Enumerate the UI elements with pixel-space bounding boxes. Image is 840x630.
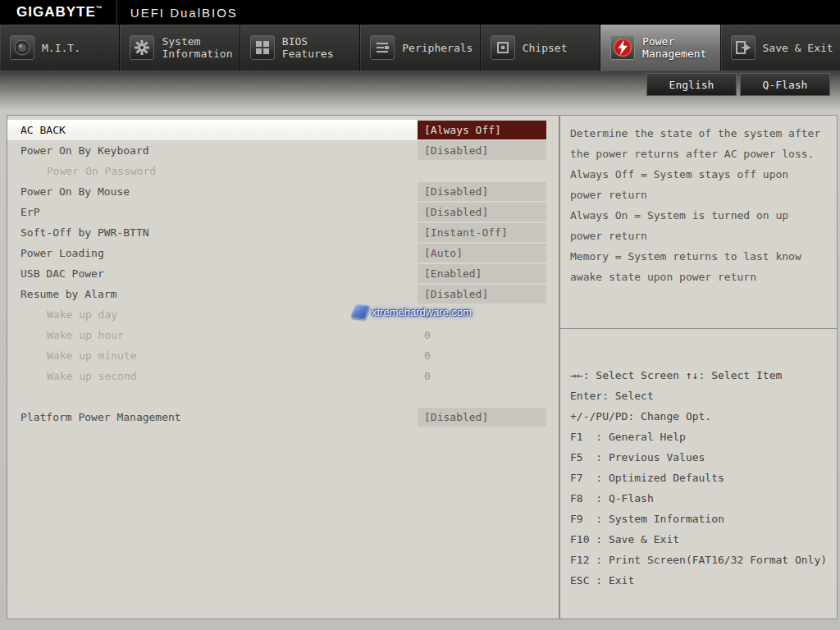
save-exit-icon <box>731 35 756 60</box>
setting-row-soft-off-by-pwr-bttn[interactable]: Soft-Off by PWR-BTTN[Instant-Off] <box>7 222 559 243</box>
setting-value: 0 <box>418 367 546 386</box>
key-legend: →←: Select Screen ↑↓: Select ItemEnter: … <box>560 329 837 591</box>
setting-row-power-loading[interactable]: Power Loading[Auto] <box>7 243 559 263</box>
english-button[interactable]: English <box>646 73 737 96</box>
setting-value[interactable]: [Disabled] <box>418 203 546 221</box>
setting-label: Wake up hour <box>7 325 418 345</box>
gigabyte-logo: GIGABYTE™ <box>16 4 103 21</box>
setting-row-wake-up-day: Wake up day0 <box>7 304 559 325</box>
setting-value[interactable]: [Disabled] <box>418 141 546 160</box>
tab-system-information[interactable]: System Information <box>120 25 240 71</box>
setting-value: 0 <box>418 326 546 345</box>
setting-row-wake-up-second: Wake up second0 <box>7 366 559 386</box>
setting-label: Power On By Mouse <box>7 181 418 202</box>
tab-save-exit[interactable]: Save & Exit <box>721 25 840 71</box>
setting-row-wake-up-hour: Wake up hour0 <box>7 325 559 345</box>
key-help-line: F5 : Previous Values <box>570 447 829 468</box>
bios-screen: GIGABYTE™ UEFI DualBIOS M.I.T.System Inf… <box>0 0 840 630</box>
setting-value[interactable]: [Always Off] <box>418 121 546 139</box>
tab-power-management[interactable]: Power Management <box>600 25 720 71</box>
setting-label: Power Loading <box>7 243 418 263</box>
setting-value[interactable]: [Auto] <box>418 244 546 262</box>
setting-row-power-on-password: Power On Password <box>7 161 559 181</box>
setting-value[interactable]: [Enabled] <box>418 264 546 283</box>
setting-label: Soft-Off by PWR-BTTN <box>7 222 418 243</box>
setting-row-power-on-by-keyboard[interactable]: Power On By Keyboard[Disabled] <box>7 140 559 161</box>
chipset-icon <box>491 35 515 60</box>
setting-value[interactable]: [Disabled] <box>418 285 546 304</box>
tab-label: Chipset <box>523 42 568 54</box>
setting-value[interactable]: [Disabled] <box>418 182 546 201</box>
setting-label: Power On By Keyboard <box>7 140 418 161</box>
bios-title: UEFI DualBIOS <box>130 6 238 20</box>
setting-row-platform-power-management[interactable]: Platform Power Management[Disabled] <box>7 407 559 427</box>
top-bar: GIGABYTE™ UEFI DualBIOS <box>0 0 840 25</box>
help-panel: Determine the state of the system after … <box>559 115 838 619</box>
topbar-divider <box>116 0 117 25</box>
setting-label: USB DAC Power <box>7 263 418 284</box>
setting-label: Resume by Alarm <box>7 284 418 304</box>
setting-label: Platform Power Management <box>7 407 418 427</box>
key-help-line: F12 : Print Screen(FAT16/32 Format Only) <box>570 550 829 570</box>
tab-chipset[interactable]: Chipset <box>481 25 600 71</box>
setting-row-wake-up-minute: Wake up minute0 <box>7 345 559 366</box>
q-flash-button[interactable]: Q-Flash <box>740 73 830 96</box>
tab-label: Save & Exit <box>763 42 833 54</box>
gear-icon <box>130 35 154 60</box>
tab-label: System Information <box>162 35 239 60</box>
setting-row-resume-by-alarm[interactable]: Resume by Alarm[Disabled] <box>7 284 559 304</box>
tab-bar: M.I.T.System InformationBIOS FeaturesPer… <box>0 25 840 71</box>
help-paragraph: Determine the state of the system after … <box>570 123 827 164</box>
help-paragraph: Always Off = System stays off upon power… <box>570 164 827 205</box>
tab-peripherals[interactable]: Peripherals <box>360 25 480 71</box>
key-help-line: →←: Select Screen ↑↓: Select Item <box>570 365 829 386</box>
setting-label: ErP <box>7 202 418 222</box>
tab-label: M.I.T. <box>42 42 80 54</box>
settings-panel: AC BACK[Always Off]Power On By Keyboard[… <box>7 115 559 619</box>
tab-bios-features[interactable]: BIOS Features <box>240 25 360 71</box>
help-paragraph: Always On = System is turned on up power… <box>570 205 827 246</box>
setting-row-usb-dac-power[interactable]: USB DAC Power[Enabled] <box>7 263 559 284</box>
setting-label: Wake up day <box>7 304 418 325</box>
item-help-text: Determine the state of the system after … <box>560 116 837 329</box>
trademark-symbol: ™ <box>96 5 103 12</box>
setting-label: Power On Password <box>7 161 418 181</box>
key-help-line: F1 : General Help <box>570 427 829 447</box>
setting-label: Wake up second <box>7 366 418 386</box>
setting-label: Wake up minute <box>7 345 418 366</box>
setting-row-ac-back[interactable]: AC BACK[Always Off] <box>7 120 559 140</box>
spacer-row <box>7 386 559 407</box>
grid-icon <box>250 35 275 60</box>
setting-value[interactable]: [Instant-Off] <box>418 223 546 242</box>
key-help-line: +/-/PU/PD: Change Opt. <box>570 406 829 427</box>
key-help-line: ESC : Exit <box>570 570 829 591</box>
help-paragraph: Memory = System returns to last know awa… <box>570 246 827 287</box>
key-help-line: F8 : Q-Flash <box>570 488 829 509</box>
setting-label: AC BACK <box>7 120 418 140</box>
tab-label: Peripherals <box>402 42 472 54</box>
mit-icon <box>10 35 34 60</box>
setting-row-erp[interactable]: ErP[Disabled] <box>7 202 559 222</box>
key-help-line: F10 : Save & Exit <box>570 529 829 550</box>
setting-row-power-on-by-mouse[interactable]: Power On By Mouse[Disabled] <box>7 181 559 202</box>
setting-value[interactable]: [Disabled] <box>418 408 546 427</box>
key-help-line: F9 : System Information <box>570 509 829 529</box>
tab-label: Power Management <box>642 35 719 60</box>
quick-buttons: EnglishQ-Flash <box>646 73 830 96</box>
setting-value: 0 <box>418 346 546 365</box>
key-help-line: Enter: Select <box>570 386 829 406</box>
setting-value: 0 <box>418 305 546 324</box>
key-help-line: F7 : Optimized Defaults <box>570 468 829 488</box>
tab-label: BIOS Features <box>282 35 359 60</box>
power-icon <box>610 35 635 60</box>
peripherals-icon <box>370 35 395 60</box>
tab-m-i-t[interactable]: M.I.T. <box>0 25 120 71</box>
